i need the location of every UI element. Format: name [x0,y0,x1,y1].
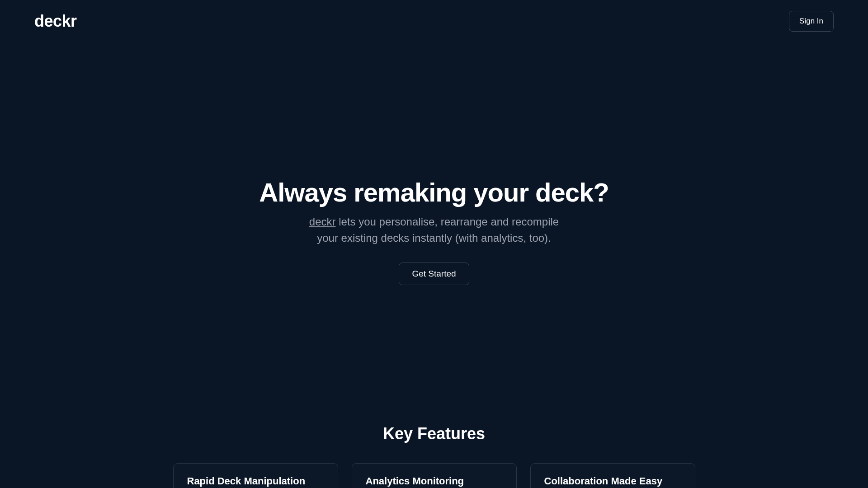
hero-title: Always remaking your deck? [259,177,609,207]
features-grid: Rapid Deck Manipulation Easily create, e… [0,463,868,488]
get-started-button[interactable]: Get Started [399,263,469,285]
feature-card-title: Collaboration Made Easy [544,475,681,487]
features-title: Key Features [0,424,868,443]
features-section: Key Features Rapid Deck Manipulation Eas… [0,424,868,488]
brand-link[interactable]: deckr [309,216,336,228]
feature-card-analytics: Analytics Monitoring Track and analyze t… [352,463,517,488]
sign-in-button[interactable]: Sign In [789,11,834,32]
feature-card-title: Rapid Deck Manipulation [187,475,324,487]
hero-subtitle: deckr lets you personalise, rearrange an… [298,214,570,246]
hero-subtitle-text: lets you personalise, rearrange and reco… [317,216,559,244]
feature-card-title: Analytics Monitoring [366,475,503,487]
feature-card-rapid-deck: Rapid Deck Manipulation Easily create, e… [173,463,338,488]
hero-section: Always remaking your deck? deckr lets yo… [0,177,868,285]
logo[interactable]: deckr [34,12,77,31]
feature-card-collaboration: Collaboration Made Easy Collaborate with… [530,463,695,488]
header: deckr Sign In [0,0,868,42]
